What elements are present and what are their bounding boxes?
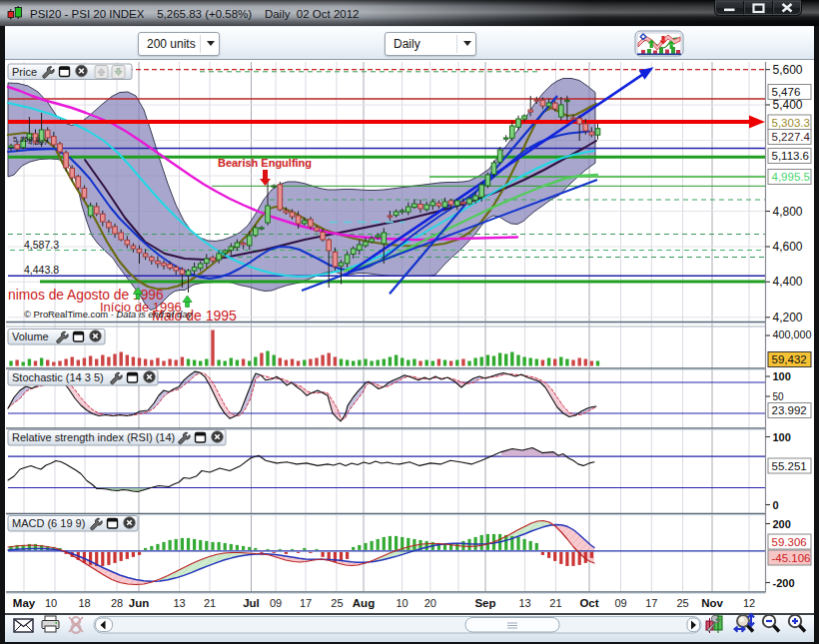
svg-text:59.306: 59.306 — [772, 536, 807, 548]
svg-text:Aug: Aug — [353, 597, 375, 609]
svg-text:55.251: 55.251 — [772, 460, 807, 472]
svg-text:28: 28 — [111, 597, 123, 609]
svg-text:21: 21 — [549, 597, 561, 609]
svg-text:17: 17 — [645, 597, 657, 609]
svg-text:12: 12 — [743, 597, 755, 609]
svg-text:© ProRealTime.com - Data is en: © ProRealTime.com - Data is end of day — [24, 309, 193, 320]
svg-text:5,600: 5,600 — [773, 63, 803, 77]
svg-text:PSI20 - PSI 20 INDEX 5,265.: PSI20 - PSI 20 INDEX 5,265.83 (+0.58%) D… — [30, 8, 360, 20]
svg-text:4,200: 4,200 — [773, 311, 803, 324]
svg-text:09: 09 — [270, 597, 282, 609]
svg-text:400,000: 400,000 — [773, 328, 812, 340]
svg-text:18: 18 — [78, 597, 90, 609]
svg-text:10: 10 — [396, 597, 408, 609]
svg-text:Stochastic (14 3 5): Stochastic (14 3 5) — [12, 371, 104, 383]
svg-text:09: 09 — [614, 597, 626, 609]
svg-text:Volume: Volume — [12, 330, 49, 342]
svg-text:17: 17 — [300, 597, 312, 609]
svg-text:-200: -200 — [773, 577, 795, 589]
svg-text:10: 10 — [45, 597, 57, 609]
svg-text:Oct: Oct — [579, 597, 598, 609]
svg-text:200: 200 — [773, 518, 791, 530]
svg-text:50: 50 — [773, 391, 785, 402]
svg-text:4,800: 4,800 — [773, 205, 803, 219]
svg-text:Jul: Jul — [243, 597, 260, 609]
svg-text:5,476: 5,476 — [772, 86, 801, 98]
svg-text:4,995.5: 4,995.5 — [772, 171, 810, 183]
svg-text:4,587.3: 4,587.3 — [24, 239, 59, 251]
svg-text:Bearish Engulfing: Bearish Engulfing — [218, 157, 312, 169]
svg-text:-45.106: -45.106 — [772, 552, 811, 564]
svg-text:100: 100 — [773, 431, 791, 443]
svg-text:Jun: Jun — [129, 597, 149, 609]
svg-text:59,432: 59,432 — [772, 353, 807, 365]
svg-text:5,227.4: 5,227.4 — [772, 131, 811, 143]
svg-text:4,587: 4,587 — [28, 138, 49, 147]
svg-text:5,113.6: 5,113.6 — [772, 150, 810, 162]
svg-text:13: 13 — [173, 597, 185, 609]
svg-text:20: 20 — [424, 597, 436, 609]
svg-text:MACD (6 19 9): MACD (6 19 9) — [12, 517, 85, 529]
svg-text:Sep: Sep — [474, 597, 495, 609]
svg-text:13: 13 — [518, 597, 530, 609]
svg-text:Price: Price — [12, 66, 37, 78]
svg-text:0: 0 — [773, 499, 779, 511]
svg-text:23.992: 23.992 — [772, 404, 807, 416]
svg-text:100: 100 — [773, 370, 791, 382]
svg-text:Nov: Nov — [701, 597, 723, 609]
svg-text:Relative strength index (RSI): Relative strength index (RSI) (14) — [12, 431, 175, 443]
svg-text:4,600: 4,600 — [773, 240, 803, 254]
svg-text:4,400: 4,400 — [773, 275, 803, 289]
svg-text:21: 21 — [204, 597, 216, 609]
svg-text:5,303.3: 5,303.3 — [772, 117, 810, 129]
svg-text:25: 25 — [331, 597, 343, 609]
svg-text:5,400: 5,400 — [773, 98, 803, 112]
svg-text:25: 25 — [676, 597, 688, 609]
svg-text:May: May — [13, 597, 36, 609]
svg-text:4,443.8: 4,443.8 — [24, 264, 59, 276]
